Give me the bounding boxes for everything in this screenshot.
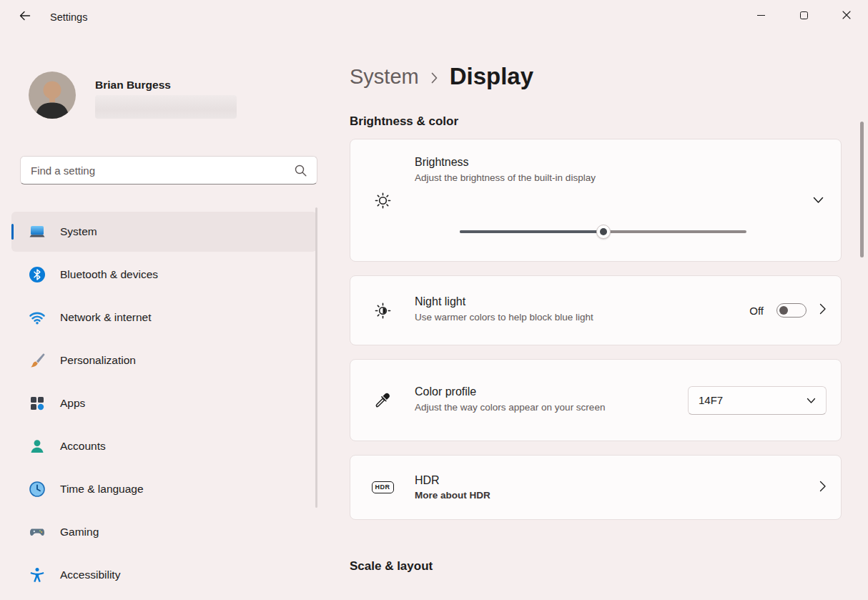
sidebar-nav: System Bluetooth & devices	[0, 212, 330, 595]
brightness-icon	[350, 139, 415, 261]
titlebar: Settings	[0, 0, 868, 34]
search-icon[interactable]	[295, 164, 317, 177]
chevron-down-icon	[807, 394, 816, 406]
sidebar-item-label: Time & language	[60, 483, 144, 496]
color-profile-text: Color profile Adjust the way colors appe…	[415, 385, 688, 415]
sidebar-item-label: Network & internet	[60, 311, 152, 324]
brightness-slider[interactable]	[460, 225, 746, 239]
sidebar-item-personalization[interactable]: Personalization	[11, 340, 317, 380]
main-content: System Display Brightness & color Bright…	[330, 34, 868, 600]
night-light-description: Use warmer colors to help block blue lig…	[415, 310, 626, 325]
wifi-icon	[29, 309, 46, 326]
hdr-text: HDR More about HDR	[415, 474, 819, 501]
color-profile-value: 14F7	[699, 394, 723, 406]
breadcrumb-system[interactable]: System	[350, 65, 419, 89]
sidebar-item-system[interactable]: System	[11, 212, 317, 252]
sidebar-item-label: Personalization	[60, 354, 136, 367]
accessibility-icon	[29, 566, 46, 584]
sidebar: Brian Burgess System	[0, 34, 330, 600]
brightness-card: Brightness Adjust the brightness of the …	[350, 139, 842, 262]
sidebar-item-label: System	[60, 225, 97, 238]
color-profile-dropdown[interactable]: 14F7	[688, 386, 827, 415]
color-profile-title: Color profile	[415, 385, 688, 398]
chevron-down-icon	[813, 194, 824, 206]
night-light-toggle-knob	[779, 306, 788, 315]
sidebar-item-bluetooth-devices[interactable]: Bluetooth & devices	[11, 255, 317, 295]
paintbrush-icon	[29, 352, 46, 369]
page-title: Display	[450, 63, 533, 90]
person-icon	[29, 438, 46, 455]
back-arrow-icon	[19, 10, 31, 24]
brightness-text: Brightness Adjust the brightness of the …	[415, 156, 791, 185]
search-box	[20, 156, 317, 185]
main-scrollbar[interactable]	[860, 122, 864, 257]
sidebar-item-label: Apps	[60, 397, 85, 410]
maximize-button[interactable]	[782, 0, 825, 31]
section-heading-scale-layout: Scale & layout	[350, 559, 868, 574]
window-title: Settings	[50, 11, 87, 23]
brightness-slider-handle[interactable]	[596, 225, 611, 239]
breadcrumb: System Display	[350, 63, 868, 90]
sidebar-item-apps[interactable]: Apps	[11, 383, 317, 423]
brightness-slider-fill	[460, 230, 603, 233]
avatar	[29, 72, 76, 119]
system-icon	[29, 223, 46, 240]
night-light-title: Night light	[415, 295, 749, 308]
close-button[interactable]	[825, 0, 868, 31]
profile-email-redacted	[95, 95, 237, 119]
color-profile-description: Adjust the way colors appear on your scr…	[415, 400, 626, 415]
night-light-status: Off	[749, 305, 764, 317]
chevron-right-icon[interactable]	[819, 303, 827, 318]
sidebar-item-network-internet[interactable]: Network & internet	[11, 297, 317, 338]
minimize-icon	[757, 9, 765, 22]
night-light-toggle[interactable]	[776, 303, 807, 318]
night-light-card[interactable]: Night light Use warmer colors to help bl…	[350, 275, 842, 345]
bluetooth-icon	[29, 266, 46, 283]
game-controller-icon	[29, 523, 46, 541]
night-light-text: Night light Use warmer colors to help bl…	[415, 295, 749, 325]
hdr-more-link[interactable]: More about HDR	[415, 490, 819, 501]
sidebar-item-accounts[interactable]: Accounts	[11, 426, 317, 466]
selected-indicator	[11, 224, 14, 240]
minimize-button[interactable]	[739, 0, 782, 31]
sidebar-item-time-language[interactable]: Time & language	[11, 469, 317, 509]
night-light-icon	[350, 301, 415, 320]
chevron-right-icon[interactable]	[819, 481, 827, 495]
sidebar-item-label: Gaming	[60, 526, 99, 538]
sidebar-item-label: Accounts	[60, 440, 106, 453]
search-input[interactable]	[21, 164, 295, 177]
sidebar-item-label: Accessibility	[60, 569, 120, 581]
color-profile-card: Color profile Adjust the way colors appe…	[350, 359, 842, 441]
clock-icon	[29, 481, 46, 498]
close-icon	[842, 9, 851, 22]
profile-text: Brian Burgess	[95, 72, 237, 119]
hdr-title: HDR	[415, 474, 819, 487]
sidebar-scrollbar[interactable]	[315, 207, 317, 508]
apps-icon	[29, 395, 46, 412]
section-heading-brightness-color: Brightness & color	[350, 114, 868, 129]
eyedropper-icon	[350, 390, 415, 410]
hdr-badge: HDR	[372, 481, 394, 493]
profile-name: Brian Burgess	[95, 79, 237, 92]
profile[interactable]: Brian Burgess	[29, 72, 330, 119]
brightness-title: Brightness	[415, 156, 791, 169]
maximize-icon	[800, 9, 808, 22]
sidebar-item-label: Bluetooth & devices	[60, 268, 158, 281]
brightness-expand-button[interactable]	[813, 194, 824, 207]
sidebar-item-gaming[interactable]: Gaming	[11, 512, 317, 552]
hdr-icon: HDR	[350, 481, 415, 493]
back-button[interactable]	[10, 5, 39, 29]
hdr-card[interactable]: HDR HDR More about HDR	[350, 455, 842, 520]
brightness-description: Adjust the brightness of the built-in di…	[415, 171, 791, 185]
breadcrumb-chevron-icon	[430, 72, 438, 84]
window-controls	[739, 0, 868, 31]
sidebar-item-accessibility[interactable]: Accessibility	[11, 555, 317, 595]
